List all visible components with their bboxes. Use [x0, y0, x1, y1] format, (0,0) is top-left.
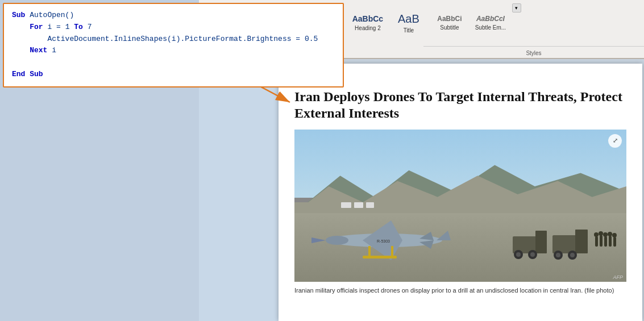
image-credit: AFP: [613, 274, 623, 280]
svg-rect-30: [600, 235, 603, 247]
code-line-6: End Sub: [12, 69, 335, 81]
code-line-5: [12, 57, 335, 69]
svg-point-5: [326, 236, 348, 245]
svg-text:R-5303: R-5303: [377, 239, 390, 243]
vehicle-2: [354, 202, 363, 208]
style-subtle-em-preview: AaBbCcI: [476, 15, 505, 23]
svg-rect-28: [595, 236, 598, 247]
code-line-2: For i = 1 To 7: [12, 22, 335, 34]
styles-expand-button[interactable]: ▾: [512, 3, 521, 12]
trucks-svg: [507, 219, 621, 265]
svg-marker-6: [363, 220, 402, 240]
svg-point-31: [599, 231, 603, 236]
svg-point-35: [608, 232, 612, 236]
svg-point-20: [516, 252, 521, 257]
styles-label-text: Styles: [526, 50, 541, 56]
style-title-preview: AaB: [398, 12, 419, 26]
svg-point-26: [556, 253, 560, 257]
style-subtle-em[interactable]: AaBbCcI Subtle Em...: [470, 3, 511, 42]
article-image-container: R-5303: [294, 130, 626, 282]
article-caption: Iranian military officials inspect drone…: [294, 286, 626, 295]
code-line-4: Next i: [12, 45, 335, 57]
style-heading2-label: Heading 2: [355, 25, 381, 31]
vehicle-3: [366, 202, 374, 208]
article-category: IRAN: [294, 76, 626, 83]
svg-rect-36: [613, 237, 616, 247]
svg-rect-17: [535, 231, 547, 253]
article-headline: Iran Deploys Drones To Target Internal T…: [294, 89, 626, 122]
style-heading2-preview: AaBbCc: [352, 14, 383, 23]
style-subtitle[interactable]: AaBbCi Subtitle: [429, 3, 470, 42]
svg-marker-14: [311, 237, 326, 243]
document-page: IRAN Iran Deploys Drones To Target Inter…: [279, 64, 642, 321]
svg-point-29: [594, 232, 599, 237]
style-subtle-em-label: Subtle Em...: [475, 24, 506, 31]
style-title[interactable]: AaB Title: [388, 3, 429, 42]
code-editor: Sub AutoOpen() For i = 1 To 7 ActiveDocu…: [3, 3, 344, 87]
article-image: R-5303: [294, 130, 626, 282]
doc-content: IRAN Iran Deploys Drones To Target Inter…: [279, 64, 642, 308]
style-heading2[interactable]: AaBbCc Heading 2: [347, 3, 388, 42]
code-line-1: Sub AutoOpen(): [12, 10, 335, 22]
svg-marker-10: [437, 231, 451, 240]
svg-point-33: [603, 232, 608, 237]
word-sidebar: [199, 59, 279, 321]
svg-rect-23: [575, 230, 588, 253]
svg-point-21: [530, 252, 535, 257]
style-title-label: Title: [404, 27, 414, 34]
style-subtitle-preview: AaBbCi: [437, 15, 462, 23]
vehicle-1: [341, 202, 351, 208]
image-expand-button[interactable]: ⤢: [608, 134, 622, 148]
svg-rect-13: [363, 256, 397, 259]
svg-rect-32: [604, 236, 607, 247]
svg-point-37: [612, 233, 617, 237]
svg-rect-34: [609, 236, 612, 247]
drone-svg: R-5303: [306, 215, 465, 266]
code-line-3: ActiveDocument.InlineShapes(i).PictureFo…: [12, 34, 335, 45]
small-vehicles: [341, 202, 374, 208]
ribbon-expand-area: ▾: [512, 3, 521, 15]
style-subtitle-label: Subtitle: [440, 24, 459, 31]
svg-point-27: [570, 253, 575, 257]
styles-section-label: Styles: [423, 46, 644, 58]
